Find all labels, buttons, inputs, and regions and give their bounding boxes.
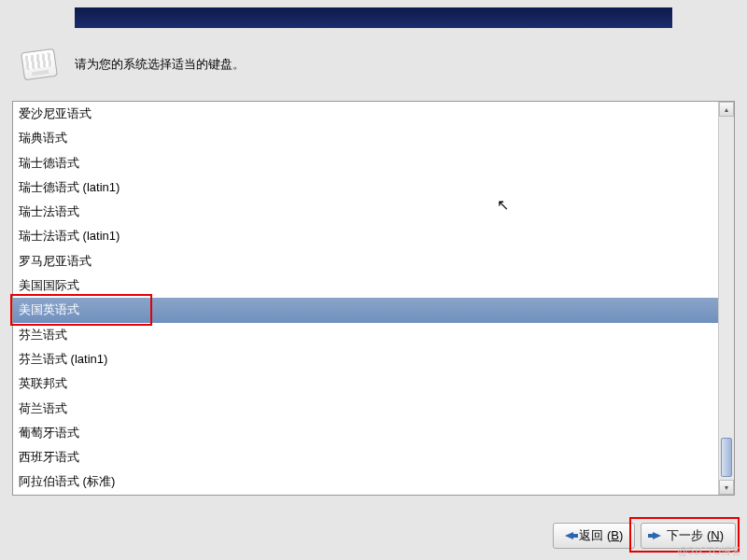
keyboard-layout-item[interactable]: 葡萄牙语式 (13, 421, 718, 445)
keyboard-layout-item[interactable]: 西班牙语式 (13, 445, 718, 469)
keyboard-layout-item[interactable]: 瑞典语式 (13, 126, 718, 150)
keyboard-layout-item[interactable]: 美国国际式 (13, 273, 718, 298)
prompt-row: 请为您的系统选择适当的键盘。 (22, 50, 245, 78)
arrow-right-icon (653, 532, 661, 539)
keyboard-layout-item[interactable]: 芬兰语式 (latin1) (13, 347, 718, 371)
keyboard-layout-item[interactable]: 美国英语式 (13, 298, 718, 322)
back-button-label: 返回 (B) (579, 527, 623, 544)
keyboard-layout-item[interactable]: 爱沙尼亚语式 (13, 102, 718, 126)
keyboard-layout-item[interactable]: 芬兰语式 (13, 323, 718, 347)
top-banner (75, 7, 672, 28)
keyboard-layout-list: 爱沙尼亚语式瑞典语式瑞士德语式瑞士德语式 (latin1)瑞士法语式瑞士法语式 … (12, 101, 735, 496)
keyboard-layout-item[interactable]: 英联邦式 (13, 371, 718, 396)
keyboard-layout-item[interactable]: 阿拉伯语式 (标准) (13, 469, 718, 494)
scroll-up-button[interactable]: ▴ (719, 102, 734, 117)
arrow-left-icon (565, 532, 573, 539)
keyboard-layout-listbox[interactable]: 爱沙尼亚语式瑞典语式瑞士德语式瑞士德语式 (latin1)瑞士法语式瑞士法语式 … (13, 102, 718, 495)
next-button[interactable]: 下一步 (N) (641, 523, 736, 549)
keyboard-layout-item[interactable]: 荷兰语式 (13, 397, 718, 421)
button-bar: 返回 (B) 下一步 (N) (553, 523, 736, 549)
keyboard-icon (21, 49, 58, 81)
scroll-down-button[interactable]: ▾ (719, 480, 734, 495)
scroll-thumb[interactable] (721, 438, 732, 477)
keyboard-layout-item[interactable]: 罗马尼亚语式 (13, 249, 718, 273)
scrollbar[interactable]: ▴ ▾ (718, 102, 734, 495)
keyboard-layout-item[interactable]: 瑞士法语式 (13, 200, 718, 224)
keyboard-layout-item[interactable]: 瑞士德语式 (13, 151, 718, 175)
keyboard-layout-item[interactable]: 瑞士法语式 (latin1) (13, 224, 718, 248)
next-button-label: 下一步 (N) (667, 527, 724, 544)
keyboard-layout-item[interactable]: 瑞士德语式 (latin1) (13, 175, 718, 200)
prompt-text: 请为您的系统选择适当的键盘。 (75, 56, 245, 73)
back-button[interactable]: 返回 (B) (553, 523, 635, 549)
